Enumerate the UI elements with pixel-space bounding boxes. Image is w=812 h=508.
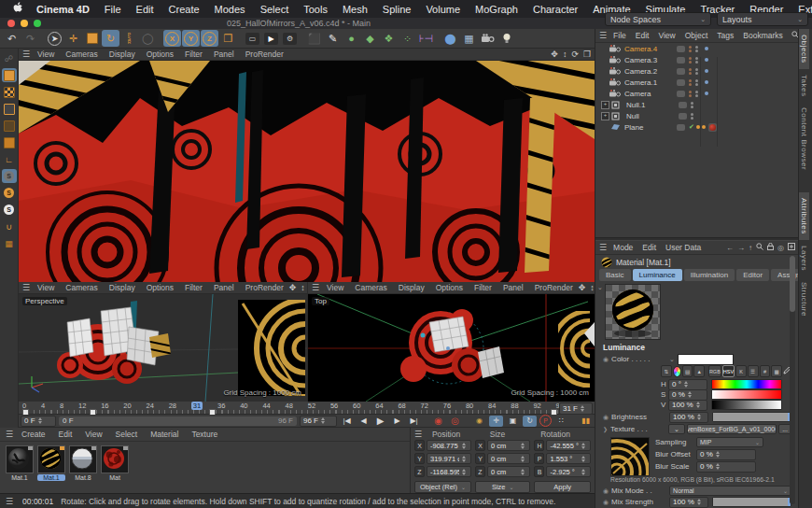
main-viewport-canvas[interactable] [19, 61, 595, 282]
viewport-menu-item[interactable]: View [32, 49, 60, 59]
record-active-objects-icon[interactable]: ◉ [431, 416, 445, 427]
add-sphere-icon[interactable]: ⬤ [441, 30, 459, 47]
viewport-pan-icon[interactable]: ✥ [289, 283, 297, 292]
timeline-tick[interactable]: 28 [169, 402, 176, 410]
object-manager-menu-item[interactable]: View [653, 31, 679, 40]
attribute-menu-item[interactable]: Edit [637, 243, 661, 252]
size-mode-dropdown[interactable]: Size⌄ [475, 481, 530, 493]
timeline-tick[interactable]: 4 [41, 402, 45, 410]
material-menu-item[interactable]: Create [15, 430, 52, 439]
material-menu-item[interactable]: Edit [52, 430, 79, 439]
keyframe-filter-icon[interactable]: ◉ [472, 416, 486, 427]
macos-menu-item[interactable]: Edit [129, 4, 161, 15]
object-manager-menu-item[interactable]: Edit [631, 31, 654, 40]
generator-icon[interactable]: ◆ [361, 30, 379, 47]
kelvin-mode-button[interactable]: K [735, 365, 747, 377]
snap-magnet-icon[interactable]: ∪ [2, 219, 17, 233]
animate-toggle-icon[interactable]: ◉ [603, 414, 609, 421]
record-position-icon[interactable]: ✛ [489, 416, 503, 427]
object-manager-menu-item[interactable]: Tags [712, 31, 738, 40]
viewport-menu-item[interactable]: Cameras [60, 283, 103, 292]
play-forward-icon[interactable]: ▶ [373, 416, 387, 427]
timeline-tick[interactable]: 31 [191, 402, 203, 410]
up-icon[interactable]: ↑ [749, 244, 752, 252]
perspective-viewport[interactable]: ☰ ViewCamerasDisplayOptionsFilterPanelPr… [19, 282, 308, 402]
attribute-scrollbar[interactable] [790, 256, 795, 504]
position-z-field[interactable]: -1168.595 cm [427, 466, 471, 477]
timeline-tick[interactable]: 52 [308, 402, 315, 410]
search-icon[interactable] [756, 243, 763, 252]
timeline-tick[interactable]: 8 [60, 402, 63, 410]
object-row[interactable]: Plane ✔ [595, 121, 799, 133]
add-floor-icon[interactable]: ▦ [460, 30, 478, 47]
timeline-tick[interactable]: 92 [533, 402, 540, 410]
collapse-icon[interactable]: ⌄ [669, 356, 675, 363]
material-menu-item[interactable]: View [78, 430, 108, 439]
apple-menu[interactable] [7, 2, 29, 16]
viewport-menu-item[interactable]: View [321, 283, 349, 292]
quantize-grid-icon[interactable]: ▦ [2, 236, 17, 250]
add-light-icon[interactable] [497, 30, 515, 47]
hex-mode-button[interactable]: # [760, 365, 771, 377]
viewport-menu-item[interactable]: View [32, 283, 60, 292]
tab-structure[interactable]: Structure [799, 276, 809, 322]
macos-menu-item[interactable]: Character [525, 4, 585, 15]
expand-icon[interactable]: + [601, 112, 609, 120]
mix-strength-slider[interactable] [712, 497, 791, 507]
timeline-tick[interactable]: 16 [101, 402, 108, 410]
x-axis-lock-button[interactable]: X [163, 30, 181, 47]
tag-icon[interactable] [702, 125, 706, 129]
timeline-tick[interactable]: 84 [488, 402, 496, 410]
polygon-mode-icon[interactable] [2, 135, 17, 149]
macos-menu-item[interactable]: Tools [296, 4, 335, 15]
apply-button[interactable]: Apply [534, 481, 591, 493]
brightness-slider[interactable] [712, 412, 791, 422]
material-menu-icon[interactable]: ☰ [6, 430, 13, 439]
mixer-mode-icon[interactable]: ☰ [748, 365, 759, 377]
visibility-dots[interactable] [689, 46, 692, 52]
object-manager-menu-item[interactable]: File [609, 31, 631, 40]
viewport-toggle-icon[interactable]: ❐ [583, 49, 591, 59]
viewport-pan-icon[interactable]: ✥ [551, 49, 558, 59]
previous-frame-icon[interactable]: ◀ [357, 416, 371, 427]
spectrum-icon[interactable]: ▤ [682, 365, 693, 377]
timeline-tick[interactable]: 24 [147, 402, 154, 410]
axis-mode-icon[interactable]: ∟ [2, 152, 17, 166]
attribute-menu-item[interactable]: Mode [609, 243, 637, 252]
texture-dropdown-icon[interactable]: ⌄ [668, 424, 685, 434]
macos-menu-item[interactable]: File [97, 4, 129, 15]
material-item[interactable]: Mat.1 [6, 445, 34, 481]
add-cube-icon[interactable]: ⬛ [305, 30, 323, 47]
tab-editor[interactable]: Editor [736, 269, 769, 281]
add-panel-icon[interactable] [788, 243, 795, 252]
undo-icon[interactable]: ↶ [3, 30, 21, 47]
macos-menu-item[interactable]: Select [253, 4, 297, 15]
position-y-field[interactable]: 319.971 cm [427, 453, 471, 464]
material-menu-item[interactable]: Select [109, 430, 145, 439]
expand-icon[interactable]: ❯ [603, 426, 608, 432]
mix-mode-dropdown[interactable]: Normal⌄ [669, 486, 791, 496]
status-menu-icon[interactable]: ☰ [6, 497, 13, 506]
saturation-gradient-bar[interactable] [711, 389, 782, 400]
symmetry-icon[interactable]: ⊦⊣ [417, 30, 435, 47]
viewport-menu-item[interactable]: Display [104, 49, 141, 59]
top-canvas[interactable] [308, 294, 595, 402]
target-icon[interactable]: ◎ [777, 244, 784, 252]
timeline-tick[interactable]: 40 [240, 402, 247, 410]
material-preview[interactable]: ⌄ [601, 284, 661, 342]
material-item-selected[interactable]: Mat.1 [37, 445, 65, 481]
mix-strength-field[interactable]: 100 % [669, 497, 708, 508]
viewport-menu-item[interactable]: Options [141, 283, 179, 292]
timeline-tick[interactable]: 20 [123, 402, 131, 410]
pen-spline-icon[interactable]: ✎ [324, 30, 342, 47]
record-scale-icon[interactable]: ▣ [506, 416, 520, 427]
object-row[interactable]: + Null [595, 110, 799, 121]
viewport-menu-item[interactable]: Filter [179, 283, 208, 292]
size-x-field[interactable]: 0 cm [487, 440, 530, 451]
hsv-mode-button[interactable]: HSV [722, 365, 735, 377]
swatches-mode-icon[interactable]: ▦ [771, 365, 782, 377]
subdivision-surface-icon[interactable]: ● [343, 30, 360, 47]
range-start-field[interactable]: 0 F [21, 416, 56, 427]
timeline-ruler[interactable]: 0481216202428313640444852566064687276808… [19, 402, 595, 415]
viewport-rotate-icon[interactable]: ⟳ [571, 49, 579, 59]
